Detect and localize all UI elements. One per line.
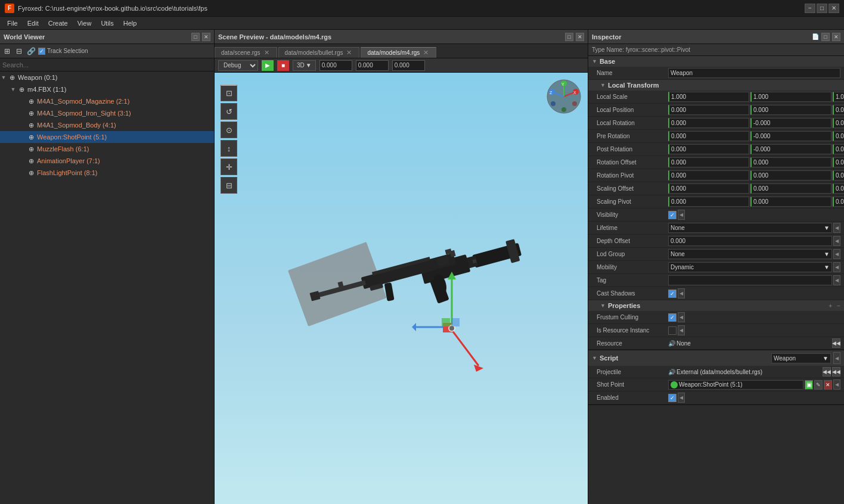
scale-offset-z[interactable]: [833, 183, 844, 194]
properties-add[interactable]: +: [829, 303, 832, 309]
coord-x-field[interactable]: [319, 60, 352, 71]
stop-button[interactable]: ■: [277, 60, 289, 71]
tree-item-animplayer[interactable]: ⊕ AnimationPlayer (7:1): [0, 155, 214, 167]
shot-point-select-btn[interactable]: ▣: [805, 380, 813, 390]
lod-group-dropdown[interactable]: None ▼: [668, 249, 832, 259]
tag-field[interactable]: [668, 275, 832, 285]
inspector-doc-icon[interactable]: 📄: [812, 33, 819, 40]
local-scale-z[interactable]: [833, 92, 844, 102]
shot-point-clear-btn[interactable]: ✕: [824, 380, 832, 390]
tree-item-magazine[interactable]: ⊕ M4A1_Sopmod_Magazine (2:1): [0, 95, 214, 107]
scale-pivot-y[interactable]: [750, 197, 831, 207]
rot-pivot-x[interactable]: [668, 170, 749, 181]
menu-file[interactable]: File: [2, 18, 23, 28]
scene-close[interactable]: ✕: [576, 33, 584, 41]
scale-offset-x[interactable]: [668, 183, 749, 194]
scale-pivot-z[interactable]: [833, 197, 844, 207]
tag-arrow[interactable]: ◀: [833, 275, 840, 285]
tab-m4[interactable]: data/models/m4.rgs ✕: [361, 47, 436, 58]
pre-rot-x[interactable]: [668, 131, 749, 141]
world-viewer-close[interactable]: ✕: [202, 33, 210, 41]
script-type-select[interactable]: Weapon ▼: [771, 353, 831, 363]
local-transform-header[interactable]: ▼ Local Transform: [588, 80, 844, 91]
menu-view[interactable]: View: [73, 18, 97, 28]
maximize-button[interactable]: □: [817, 4, 827, 13]
local-rot-y[interactable]: [750, 118, 831, 128]
script-btn-arrow[interactable]: ◀: [833, 352, 840, 364]
post-rot-y[interactable]: [750, 144, 831, 154]
tree-item-irons[interactable]: ⊕ M4A1_Sopmod_Iron_Sight (3:1): [0, 107, 214, 119]
mobility-dropdown[interactable]: Dynamic ▼: [668, 262, 832, 272]
3d-mode-button[interactable]: 3D ▼: [293, 60, 316, 71]
local-rot-z[interactable]: [833, 118, 844, 128]
tree-item-flashlight[interactable]: ⊕ FlashLightPoint (8:1): [0, 167, 214, 179]
shot-point-edit-btn[interactable]: ✎: [814, 380, 823, 390]
tab-scene-close[interactable]: ✕: [263, 49, 271, 56]
properties-remove[interactable]: −: [837, 303, 840, 309]
rot-offset-y[interactable]: [750, 157, 831, 167]
close-button[interactable]: ✕: [829, 4, 839, 13]
tree-link-icon[interactable]: 🔗: [26, 46, 36, 56]
local-scale-y[interactable]: [750, 92, 831, 102]
local-rot-x[interactable]: [668, 118, 749, 128]
coord-y-field[interactable]: [356, 60, 389, 71]
post-rot-z[interactable]: [833, 144, 844, 154]
coord-z-field[interactable]: [392, 60, 425, 71]
script-section-header[interactable]: ▼ Script Weapon ▼ ◀: [588, 350, 844, 366]
pre-rot-y[interactable]: [750, 131, 831, 141]
rot-pivot-y[interactable]: [750, 170, 831, 181]
local-pos-z[interactable]: [833, 105, 844, 115]
enabled-arrow[interactable]: ◀: [678, 393, 685, 403]
menu-create[interactable]: Create: [44, 18, 73, 28]
lifetime-btn-arrow[interactable]: ◀: [833, 223, 840, 233]
frustum-culling-arrow[interactable]: ◀: [678, 312, 685, 322]
scene-pin[interactable]: □: [565, 33, 573, 41]
base-section-header[interactable]: ▼ Base: [588, 56, 844, 67]
local-pos-y[interactable]: [750, 105, 831, 115]
tab-bullet-close[interactable]: ✕: [345, 49, 353, 56]
frustum-culling-checkbox[interactable]: ✓: [668, 313, 677, 322]
visibility-checkbox[interactable]: ✓: [668, 211, 677, 219]
scale-offset-y[interactable]: [750, 183, 831, 194]
projectile-set-btn[interactable]: ◀◀: [823, 367, 831, 377]
play-button[interactable]: ▶: [262, 60, 274, 71]
shot-point-arrow[interactable]: ◀: [833, 379, 840, 390]
menu-utils[interactable]: Utils: [96, 18, 118, 28]
pre-rot-z[interactable]: [833, 131, 844, 141]
lifetime-dropdown[interactable]: None ▼: [668, 223, 832, 233]
properties-section-header[interactable]: ▼ Properties + −: [588, 300, 844, 311]
rot-pivot-z[interactable]: [833, 170, 844, 181]
script-type-dropdown[interactable]: Weapon ▼: [771, 353, 831, 363]
world-viewer-pin[interactable]: □: [191, 33, 200, 41]
lod-group-btn-arrow[interactable]: ◀: [833, 249, 840, 259]
enabled-checkbox[interactable]: ✓: [668, 394, 677, 402]
tree-item-body[interactable]: ⊕ M4A1_Sopmod_Body (4:1): [0, 119, 214, 131]
debug-mode-select[interactable]: Debug Release: [218, 60, 258, 71]
visibility-arrow[interactable]: ◀: [678, 210, 685, 220]
tree-item-muzzle[interactable]: ⊕ MuzzleFlash (6:1): [0, 143, 214, 155]
post-rot-x[interactable]: [668, 144, 749, 154]
tree-item-weapon[interactable]: ▼ ⊕ Weapon (0:1): [0, 71, 214, 83]
minimize-button[interactable]: −: [805, 4, 815, 13]
is-resource-checkbox[interactable]: [668, 326, 677, 335]
scale-pivot-x[interactable]: [668, 197, 749, 207]
depth-offset-arrow[interactable]: ◀: [833, 236, 840, 246]
resource-set-btn[interactable]: ◀◀: [832, 338, 840, 348]
world-search-input[interactable]: [2, 61, 212, 69]
tree-item-m4fbx[interactable]: ▼ ⊕ m4.FBX (1:1): [0, 83, 214, 95]
local-pos-x[interactable]: [668, 105, 749, 115]
cast-shadows-arrow[interactable]: ◀: [678, 288, 685, 298]
tree-item-shotpoint[interactable]: ⊕ Weapon:ShotPoint (5:1): [0, 131, 214, 143]
is-resource-arrow[interactable]: ◀: [678, 325, 685, 335]
tab-scene[interactable]: data/scene.rgs ✕: [215, 47, 277, 58]
rot-offset-z[interactable]: [833, 157, 844, 167]
tab-m4-close[interactable]: ✕: [422, 49, 430, 56]
tree-collapse-icon[interactable]: ⊟: [14, 46, 24, 56]
scene-viewport[interactable]: ⊡ ↺ ⊙ ↕ ✛ ⊟ X Y: [215, 73, 588, 504]
depth-offset-field[interactable]: [668, 236, 832, 246]
track-selection-checkbox[interactable]: ✓: [38, 48, 45, 55]
local-scale-x[interactable]: [668, 92, 749, 102]
prop-name-field[interactable]: [668, 68, 840, 78]
menu-help[interactable]: Help: [119, 18, 142, 28]
menu-edit[interactable]: Edit: [23, 18, 44, 28]
